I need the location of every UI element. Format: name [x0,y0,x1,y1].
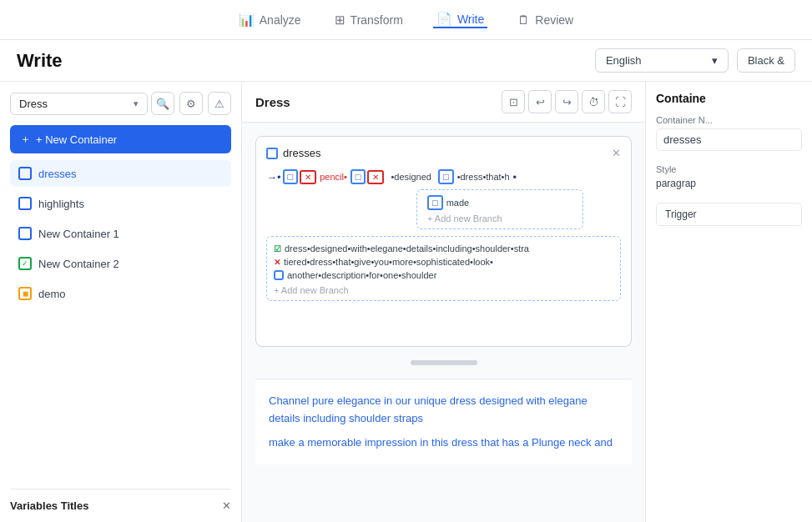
lang-label: English [606,54,642,67]
right-field-trigger: Trigger [656,203,802,226]
node-box-2[interactable]: □ [351,169,366,184]
dress-text: •dress•that•h [457,172,510,182]
trigger-button[interactable]: Trigger [656,203,802,226]
analyze-icon: 📊 [239,13,255,28]
right-panel-title: Containe [656,92,802,105]
style-label: Style [656,164,802,174]
start-dot: →• [266,171,281,183]
container-name-value[interactable]: dresses [656,128,802,151]
sidebar-label-new-container-1: New Container 1 [38,228,119,240]
sidebar-label-demo: demo [38,288,66,300]
editor-area: dresses ✕ →• □ ✕ pencil• □ ✕ [242,123,645,522]
center-title: Dress [255,95,290,109]
node-box-1[interactable]: □ [283,169,299,184]
empty-checkbox-3[interactable] [274,270,284,280]
preview-line-1: Channel pure elegance in our unique dres… [269,393,618,428]
right-field-style: Style paragrap [656,164,802,189]
block-close-button[interactable]: ✕ [612,147,621,159]
variables-close-button[interactable]: ✕ [222,499,231,512]
highlights-icon [18,197,32,210]
branch-text-2: tiered•dress•that•give•you•more•sophisti… [284,257,493,267]
dashed-branch-box: □ made + Add new Branch [416,189,583,229]
dresses-icon [18,167,32,180]
block-container-dresses: dresses ✕ →• □ ✕ pencil• □ ✕ [255,136,632,347]
node-box-3[interactable]: □ [438,169,454,184]
center-top-bar: Dress ⊡ ↩ ↪ ⏱ ⛶ [242,82,645,123]
branch-text-1: dress•designed•with•elegane•details•incl… [285,243,529,253]
made-checkbox[interactable]: □ [427,195,443,210]
block-label-text: dresses [283,147,321,159]
sidebar-alert-button[interactable]: ⚠ [208,92,231,115]
flow-top-row: →• □ ✕ pencil• □ ✕ •designed □ •dress•th… [266,169,621,184]
app: 📊 Analyze ⊞ Transform 📄 Write 🗒 Review W… [0,0,812,522]
sidebar-chevron-icon: ▾ [134,98,139,109]
sidebar-item-highlights[interactable]: highlights [10,190,231,217]
branch-item-2: ✕ tiered•dress•that•give•you•more•sophis… [274,255,613,269]
sidebar-item-demo[interactable]: ◼ demo [10,280,231,307]
variables-titles-label: Variables Titles [10,499,88,512]
horizontal-scrollbar[interactable] [255,354,632,372]
nav-transform[interactable]: ⊞ Transform [331,13,406,28]
block-label: dresses [266,147,321,159]
style-value[interactable]: paragrap [656,178,802,189]
new-container-1-icon [18,227,32,240]
new-container-2-icon: ✓ [18,257,32,270]
preview-line-2: make a memorable impression in this dres… [269,434,618,452]
sidebar-search-button[interactable]: 🔍 [151,92,174,115]
nav-transform-label: Transform [351,13,403,27]
translate-button[interactable]: ⊡ [502,90,525,113]
made-text: made [446,198,470,208]
fullscreen-button[interactable]: ⛶ [608,90,632,113]
write-icon: 📄 [436,12,452,27]
container-name-label: Container N... [656,115,802,125]
branch-text-3: another•description•for•one•shoulder [287,270,436,280]
designed-text: •designed [391,172,431,182]
sidebar-label-new-container-2: New Container 2 [38,258,119,270]
sidebar-item-new-container-2[interactable]: ✓ New Container 2 [10,250,231,277]
node-box-x[interactable]: ✕ [300,170,316,184]
block-header: dresses ✕ [266,147,621,159]
sidebar-settings-button[interactable]: ⚙ [179,92,203,115]
undo-button[interactable]: ↩ [528,90,552,113]
center-toolbar: ⊡ ↩ ↪ ⏱ ⛶ [502,90,632,113]
page-header: Write English ▾ Black & [0,40,812,82]
sidebar-item-new-container-1[interactable]: New Container 1 [10,220,231,247]
sidebar-select[interactable]: Dress ▾ [10,93,148,115]
add-branch-2[interactable]: + Add new Branch [274,282,613,295]
language-select[interactable]: English ▾ [595,48,729,73]
sidebar-label-dresses: dresses [38,168,77,180]
add-branch-1[interactable]: + Add new Branch [427,210,572,223]
sidebar: Dress ▾ 🔍 ⚙ ⚠ ＋ + New Container dresses [0,82,242,522]
made-row: □ made [427,195,572,210]
top-nav: 📊 Analyze ⊞ Transform 📄 Write 🗒 Review [0,0,812,40]
branch-item-1: ☑ dress•designed•with•elegane•details•in… [274,242,613,255]
node-box-x2[interactable]: ✕ [367,170,384,184]
nav-review[interactable]: 🗒 Review [514,13,577,27]
nav-write[interactable]: 📄 Write [433,12,487,28]
redo-button[interactable]: ↪ [555,90,578,113]
review-icon: 🗒 [517,13,530,27]
nav-analyze-label: Analyze [260,13,301,27]
history-button[interactable]: ⏱ [582,90,605,113]
sidebar-item-dresses[interactable]: dresses [10,160,231,187]
new-container-button[interactable]: ＋ + New Container [10,125,231,153]
main-area: Dress ▾ 🔍 ⚙ ⚠ ＋ + New Container dresses [0,82,812,522]
nav-analyze[interactable]: 📊 Analyze [235,13,305,28]
block-checkbox-icon[interactable] [266,148,278,159]
flow-diagram: →• □ ✕ pencil• □ ✕ •designed □ •dress•th… [266,169,621,336]
style-button[interactable]: Black & [737,48,795,73]
end-dot: • [513,171,517,183]
sidebar-icons: 🔍 ⚙ ⚠ [151,92,231,115]
sidebar-footer: Variables Titles ✕ [10,489,231,512]
page-title: Write [17,50,595,72]
x-icon-2: ✕ [274,258,280,267]
right-panel: Containe Container N... dresses Style pa… [645,82,812,522]
preview-area: Channel pure elegance in our unique dres… [255,379,632,464]
page-header-right: English ▾ Black & [595,48,795,73]
demo-icon: ◼ [18,287,32,300]
new-container-label: + New Container [36,133,117,146]
right-field-container-name: Container N... dresses [656,115,802,151]
transform-icon: ⊞ [335,13,345,28]
lang-arrow-icon: ▾ [712,54,718,67]
flow-branch-area: □ made + Add new Branch [416,189,621,229]
